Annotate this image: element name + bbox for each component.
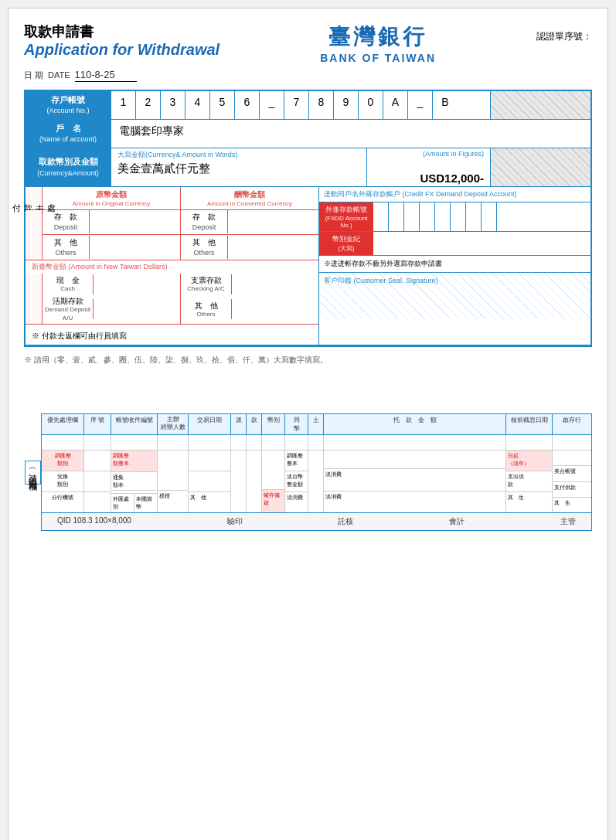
ct-1: 調匯整整本 bbox=[285, 451, 308, 471]
fx-d9 bbox=[497, 202, 512, 231]
fx-section: 迸動同戶名外羅存款帳戶 (Credit FX Demand Deposit Ac… bbox=[319, 187, 590, 345]
seal-label: 客户印鑑 (Customer Seal, Signature) bbox=[324, 277, 438, 284]
fx-d4 bbox=[420, 202, 435, 231]
orig-col: 存 款 Deposit 其 他 Others bbox=[43, 210, 181, 260]
others-label-orig: 其 他 Others bbox=[43, 236, 89, 260]
col-bank-store: 啟存行 bbox=[553, 414, 591, 434]
account-digits: 1 2 3 4 5 6 _ 7 8 9 0 A _ B bbox=[111, 91, 490, 119]
br1-c8 bbox=[262, 435, 285, 450]
digit-7: 7 bbox=[284, 91, 309, 119]
footer-accounting: 會計 bbox=[449, 516, 465, 527]
fx-d8 bbox=[482, 202, 497, 231]
fx-amount-row: 幣别金紀 (大寫) bbox=[319, 232, 590, 256]
demand-item: 活期存款 Demand Deposit A/U bbox=[43, 294, 181, 324]
footer-verify: 驗印 bbox=[227, 516, 243, 527]
bank-record-header: 優先處理欄 序 號 帳號收件編號 主辦經辦人數 交易日期 派 款 幣别 同 幣 … bbox=[42, 414, 591, 435]
payment-section: 付款去處 原幣金額 Amount in Original Currency 酬幣… bbox=[26, 187, 319, 345]
digit-B: B bbox=[433, 91, 458, 119]
col-date: 交易日期 bbox=[189, 414, 231, 434]
cs-1 bbox=[84, 451, 111, 471]
digit-5: 5 bbox=[210, 91, 235, 119]
digit-2: 2 bbox=[136, 91, 161, 119]
seal-area: 客户印鑑 (Customer Seal, Signature) bbox=[319, 273, 590, 319]
bank-record-inner: 優先處理欄 序 號 帳號收件編號 主辦經辦人數 交易日期 派 款 幣别 同 幣 … bbox=[41, 413, 592, 531]
deposit-item-orig: 存 款 Deposit bbox=[43, 210, 180, 235]
currency-figure-box: (Amount in Figures) USD12,000- bbox=[366, 148, 490, 186]
fx-acct-row: 外逢存款帳號 (FXDD Account No.) bbox=[319, 202, 590, 232]
col-amount: 托 款 金 額 bbox=[324, 414, 506, 434]
currency-hatch-box bbox=[490, 148, 590, 186]
br1-c7 bbox=[247, 435, 262, 450]
col-manager: 主辦經辦人數 bbox=[158, 414, 189, 434]
date-row: 日 期 DATE 110-8-25 bbox=[24, 69, 592, 82]
currency-amount-words: 美金壹萬貳仟元整 bbox=[117, 162, 360, 176]
complex-cutoff: 日起（淡年） 支出供款 其 生 bbox=[506, 451, 553, 512]
complex-acct: 調匯整類整本 通集類本 外匯處別 本國貨幣 bbox=[111, 451, 158, 512]
date-value: 110-8-25 bbox=[75, 69, 137, 82]
complex-date: 其 他 bbox=[189, 451, 231, 512]
cash-value bbox=[93, 274, 180, 294]
deposit-label-orig: 存 款 Deposit bbox=[43, 210, 89, 234]
deposit-item-conv: 存 款 Deposit bbox=[181, 210, 318, 235]
cam-2: 淡消費 bbox=[324, 469, 505, 491]
cb-3: 支付供款 bbox=[553, 482, 591, 498]
col-kuan: 款 bbox=[247, 414, 262, 434]
title-en: Application for Withdrawal bbox=[24, 41, 220, 59]
name-label: 戶 名 (Name of account) bbox=[26, 120, 111, 148]
cb-1 bbox=[553, 451, 591, 466]
cd-1 bbox=[189, 451, 230, 471]
footer-supervisor: 主管 bbox=[560, 516, 576, 527]
fx-notice: ※迸迸斬存款不藝另外選寫存款申請書 bbox=[319, 256, 590, 273]
cs-3 bbox=[84, 492, 111, 512]
checking-value bbox=[231, 274, 318, 294]
deposit-value-orig bbox=[89, 210, 180, 233]
footer-note: ※ 請用（零、壹、貳、參、圈、伍、陸、柒、捌、玖、拾、佰、仟、萬）大寫數字填寫。 bbox=[24, 353, 592, 367]
col-cutoff-date: 核前截息日期 bbox=[506, 414, 553, 434]
ca-1: 調匯整類整本 bbox=[111, 451, 157, 472]
fx-header: 迸動同戶名外羅存款帳戶 (Credit FX Demand Deposit Ac… bbox=[319, 187, 590, 202]
side-label-area: （請勿填寫欄） bbox=[24, 413, 41, 531]
currency-label-zh: 取款幣別及金額 bbox=[39, 156, 98, 168]
demand-value bbox=[93, 299, 180, 319]
payee-note: ※ 付款去返欄可由行員填寫 bbox=[32, 332, 127, 340]
cm-2: 授授 bbox=[158, 491, 188, 512]
currency-label-en: (Currency&Amount) bbox=[37, 168, 99, 179]
conv-col: 存 款 Deposit 其 他 Others bbox=[181, 210, 318, 260]
cash-item: 現 金 Cash bbox=[43, 274, 181, 294]
cc-2: 確存備啟 bbox=[262, 490, 284, 512]
ca-3b: 本國貨幣 bbox=[134, 494, 157, 512]
cash-label: 現 金 Cash bbox=[43, 274, 93, 294]
digit-0: 0 bbox=[359, 91, 383, 119]
col-seq: 序 號 bbox=[84, 414, 111, 434]
br1-c2 bbox=[84, 435, 111, 450]
payment-cols-header: 付款去處 原幣金額 Amount in Original Currency 酬幣… bbox=[26, 187, 318, 210]
original-currency-col: 原幣金額 Amount in Original Currency bbox=[43, 187, 181, 209]
twd-others-item: 其 他 Others bbox=[181, 294, 318, 324]
others-item-conv: 其 他 Others bbox=[181, 235, 318, 260]
cam-3: 淡消費 bbox=[324, 491, 505, 512]
bank-record-wrapper: （請勿填寫欄） 優先處理欄 序 號 帳號收件編號 主辦經辦人數 交易日期 派 款… bbox=[24, 413, 592, 531]
br1-c13 bbox=[553, 435, 591, 450]
name-label-zh: 戶 名 bbox=[56, 123, 81, 134]
twd-items-row2: 活期存款 Demand Deposit A/U 其 他 Others bbox=[26, 294, 318, 324]
header: 取款申請書 Application for Withdrawal 臺灣銀行 BA… bbox=[24, 22, 592, 64]
cc2-2: 支出供款 bbox=[506, 471, 552, 492]
twd-side-spacer bbox=[26, 274, 43, 294]
digit-3: 3 bbox=[161, 91, 185, 119]
others-item-orig: 其 他 Others bbox=[43, 235, 180, 260]
twd-others-label: 其 他 Others bbox=[181, 299, 231, 320]
cl-2: 兌換類別 bbox=[42, 471, 83, 492]
twd-section: 新臺幣金額 (Amount in New Taiwan Dollars) 現 金… bbox=[26, 260, 318, 325]
side-spacer bbox=[26, 210, 43, 260]
complex-tu bbox=[308, 451, 324, 512]
cc-1 bbox=[262, 451, 284, 490]
bank-record-row1 bbox=[42, 435, 591, 451]
complex-seq bbox=[84, 451, 111, 512]
twd-items-inner2: 活期存款 Demand Deposit A/U 其 他 Others bbox=[43, 294, 318, 324]
account-hatch-box bbox=[490, 91, 590, 119]
ref-number: 認證單序號： bbox=[536, 22, 592, 43]
date-label-zh: 日 期 bbox=[24, 70, 43, 81]
checking-label: 支票存款 Checking A/C bbox=[181, 274, 231, 294]
digit-1: 1 bbox=[111, 91, 136, 119]
checking-item: 支票存款 Checking A/C bbox=[181, 274, 318, 294]
